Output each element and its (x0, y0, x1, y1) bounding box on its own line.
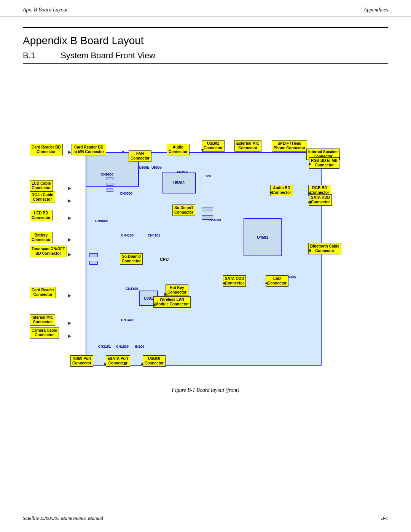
cn4100-label: CN4100 (121, 233, 134, 237)
footer-left: Satellite E200/205 Maintenance Manual (23, 515, 103, 521)
lbl-card-reader-bd-mb: Card Reader BDto MB Connector (72, 144, 106, 155)
cn3151-label: CN3151 (98, 345, 111, 348)
lbl-touchpad: Touchpad ON/OFFBD Connector (30, 246, 67, 257)
comp7 (89, 261, 98, 265)
arrow15: ◀ (222, 280, 226, 286)
arrow20: ▲ (152, 302, 157, 307)
arrow23: ▲ (123, 361, 127, 366)
u5200-chip: U5200 (162, 173, 196, 193)
lbl-usb1: USB#1Connector (202, 140, 225, 152)
comp5 (202, 215, 213, 220)
arrow9: ▶ (68, 320, 71, 326)
section-num: B.1 (23, 51, 35, 60)
lbl-spdif: SPDIF / HeadPhone Connector (272, 140, 307, 152)
comp1 (107, 177, 113, 180)
arrow2: ▼ (121, 149, 126, 155)
lbl-rgb-mb: RGB BD to MBConnector (309, 157, 339, 169)
lbl-card-reader-bd: Card Reader BDConnector (30, 144, 63, 155)
lbl-ext-mic: External MICConnector (234, 140, 261, 152)
lbl-int-mic: Internal MICConnector (30, 314, 55, 326)
board-diagram: CN9900 U5200 CN3000 CN4100 CN4101 CPU U4… (27, 70, 384, 383)
lbl-led-bd: LED BDConnector (30, 210, 53, 221)
u980-label: 980 (206, 174, 211, 178)
comp6 (89, 253, 98, 257)
arrow10: ▶ (68, 333, 71, 339)
section-heading: System Board Front View (61, 51, 155, 60)
cn9900-label: CN9900 (101, 173, 113, 176)
arrow13: ◀ (307, 190, 311, 196)
lbl-usb0: USB#0Connector (143, 355, 166, 367)
lbl-battery: BatteryConnector (30, 232, 53, 243)
header-right: Appendices (363, 7, 388, 13)
lbl-dcin: DC-In CableConnector (30, 192, 55, 203)
lbl-sata-odd: SATA ODDConnector (223, 275, 246, 287)
arrow21: ▲ (103, 361, 107, 366)
figure-caption: Figure B-1 Board layout (front) (23, 387, 388, 393)
u500b-label: U500b (139, 166, 149, 169)
arrow6: ▶ (68, 237, 71, 243)
cn4101-label: CN4101 (148, 233, 160, 237)
lbl-led-conn: LEDConnector (266, 275, 288, 287)
cn9500-label: CN9500 (177, 170, 188, 174)
in2000-label: IN200 (135, 345, 144, 348)
arrow12: ◀ (307, 199, 311, 205)
page-header: Apx. B Board Layout Appendices (0, 0, 411, 16)
arrow5: ▶ (68, 215, 71, 221)
lbl-sodimm1: So-Dimm1Connector (172, 204, 195, 216)
arrow14: ◀ (307, 248, 311, 253)
arrow11: ◀ (269, 190, 273, 195)
cn1800-label: CN1800 (116, 345, 129, 348)
arrow18: ▼ (200, 148, 205, 153)
arrow22: ▲ (140, 361, 145, 366)
lbl-sata-hdd: SATA HDDConnector (309, 194, 332, 206)
lbl-bluetooth: Bluetooth CableConnector (308, 243, 341, 254)
header-left: Apx. B Board Layout (23, 7, 68, 13)
lbl-fan: FANConnector (129, 150, 151, 162)
arrow4: ▶ (68, 198, 71, 204)
arrow19: ▶ (164, 291, 168, 297)
appendix-title: Appendix B Board Layout (23, 35, 388, 47)
cn1402-label: CN1402 (121, 318, 134, 322)
arrow1: ▶ (68, 149, 71, 155)
lbl-audio: AudioConnector (167, 144, 190, 155)
lbl-wireless: Wireless LANModule Connector (153, 296, 191, 308)
section-title: B.1 System Board Front View (23, 51, 388, 64)
comp3 (107, 189, 113, 192)
cn9800-label: CN9800 (95, 219, 108, 223)
comp4 (202, 208, 213, 212)
arrow16: ◀ (265, 280, 268, 286)
u500-label: U500b (151, 166, 162, 169)
arrow3: ▶ (68, 185, 71, 191)
u4501-chip: U4501 (244, 218, 282, 256)
lbl-lcd: LCD CableConnector (30, 180, 53, 192)
cn3000-label: CN3000 (120, 192, 132, 195)
lbl-hdmi: HDMI PortConnector (70, 355, 93, 367)
footer-right: B-1 (381, 515, 388, 521)
arrow17: ▲ (307, 161, 312, 166)
lbl-audio-bd: Audio BDConnector (270, 185, 293, 196)
page-footer: Satellite E200/205 Maintenance Manual B-… (0, 512, 411, 524)
lbl-camera: Camera CableConnector (30, 327, 59, 339)
arrow8: ▶ (68, 293, 71, 299)
arrow7: ▶ (68, 252, 71, 257)
page-content: Appendix B Board Layout B.1 System Board… (0, 16, 411, 416)
cpu-label: CPU (160, 257, 169, 262)
comp2 (107, 183, 113, 186)
title-divider (23, 27, 388, 28)
lbl-sodimm0: So-Dimm0Connector (120, 253, 143, 265)
lbl-hot-key: Hot KeyConnector (166, 284, 188, 296)
lbl-card-reader: Card ReaderConnector (30, 287, 56, 298)
cn1300-label: CN1300 (126, 287, 138, 291)
